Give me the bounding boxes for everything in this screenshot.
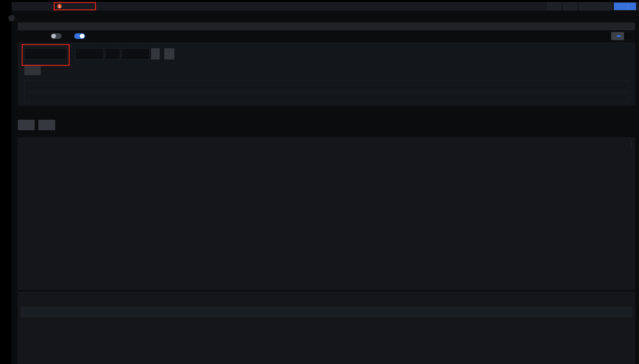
run-query-button[interactable] <box>614 2 636 10</box>
raw-query-toggle[interactable] <box>74 33 85 39</box>
annotation-box-datasource <box>54 2 96 10</box>
beta-badge <box>616 35 621 37</box>
prometheus-logo-icon <box>57 4 62 9</box>
explain-toggle-group <box>48 33 62 39</box>
query-patterns-dropdown[interactable] <box>31 34 38 38</box>
add-query-button[interactable] <box>18 120 34 130</box>
zoom-out-icon <box>604 4 609 9</box>
time-range-picker[interactable] <box>580 3 600 10</box>
graph-panel <box>18 138 635 290</box>
chevron-right-icon <box>28 96 32 100</box>
chevron-down-icon <box>630 4 634 8</box>
add-operation-button[interactable] <box>24 65 41 75</box>
collapse-query-icon[interactable] <box>21 24 26 28</box>
query-toolbar <box>18 32 635 40</box>
table-panel <box>18 292 635 364</box>
toggle-visibility-icon[interactable] <box>604 24 608 29</box>
plus-icon <box>23 123 27 127</box>
run-query-dropdown[interactable] <box>628 2 636 10</box>
results-table <box>21 306 632 317</box>
give-feedback-link[interactable] <box>95 34 102 38</box>
annotation-box-metric <box>22 44 70 66</box>
top-navbar <box>12 2 639 11</box>
plus-icon <box>167 52 171 56</box>
chevron-down-icon <box>66 4 71 8</box>
split-button[interactable] <box>547 2 561 10</box>
query-options-row[interactable] <box>24 93 628 103</box>
query-actions-row <box>18 120 55 130</box>
add-label-button[interactable] <box>164 48 174 60</box>
label-value-select[interactable] <box>122 48 150 60</box>
builder-mode-button[interactable] <box>611 32 624 40</box>
apps-icon <box>566 4 572 9</box>
query-row-header[interactable] <box>18 22 635 30</box>
explore-content <box>12 11 639 364</box>
time-series-chart[interactable] <box>29 171 634 242</box>
query-help-icon[interactable] <box>580 24 585 29</box>
explain-toggle[interactable] <box>51 33 62 39</box>
time-picker-group <box>580 2 611 10</box>
split-icon <box>550 4 556 9</box>
delete-query-icon[interactable] <box>615 24 620 29</box>
y-axis <box>18 138 28 250</box>
chevron-down-icon <box>592 4 597 9</box>
raw-query-preview <box>24 81 628 91</box>
plus-icon <box>29 68 33 72</box>
chevron-down-icon <box>113 52 117 56</box>
label-key-select[interactable] <box>76 48 104 60</box>
duplicate-query-icon[interactable] <box>592 24 597 29</box>
inspector-button[interactable] <box>38 120 55 130</box>
label-operator-select[interactable] <box>105 48 120 60</box>
query-builder-body <box>18 42 635 106</box>
chevron-down-icon <box>143 52 147 56</box>
explore-compass-icon <box>15 4 20 9</box>
comment-icon <box>95 34 99 38</box>
add-to-dashboard-button[interactable] <box>564 2 577 10</box>
drag-handle-icon[interactable] <box>627 24 632 29</box>
builder-code-switch <box>611 32 633 40</box>
raw-query-toggle-group <box>71 33 85 39</box>
graph-legend <box>24 247 630 290</box>
expand-sidebar-button[interactable] <box>8 15 15 21</box>
close-icon <box>154 52 158 56</box>
datasource-picker[interactable] <box>54 3 95 9</box>
refresh-icon <box>617 4 622 9</box>
graph-style-buttons <box>632 140 632 147</box>
zoom-out-time-button[interactable] <box>602 3 611 10</box>
chevron-down-icon <box>97 52 101 56</box>
series-limit-warning <box>18 155 635 160</box>
info-icon <box>43 123 48 127</box>
warning-icon <box>321 155 326 160</box>
remove-label-button[interactable] <box>151 48 160 60</box>
share-icon[interactable] <box>28 4 33 9</box>
chevron-down-icon <box>34 34 38 38</box>
table-header-row <box>21 306 632 317</box>
clock-icon <box>583 4 588 9</box>
